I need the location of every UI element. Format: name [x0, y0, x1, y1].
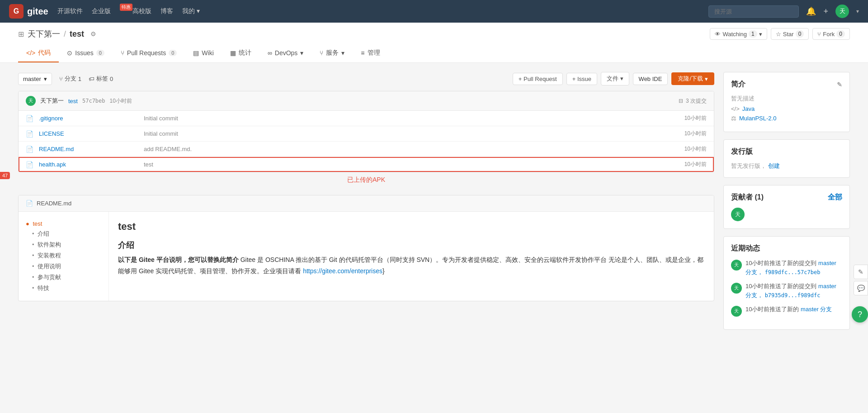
nav-opensource[interactable]: 开源软件: [57, 7, 83, 15]
star-button[interactable]: ☆ Star 0: [771, 28, 809, 40]
file-name-license[interactable]: LICENSE: [39, 130, 138, 137]
branch-label[interactable]: 分支: [65, 75, 76, 83]
avatar-dropdown[interactable]: ▾: [856, 8, 859, 14]
content-left: master ▾ ⑂ 分支 1 🏷 标签 0 +: [18, 72, 714, 337]
contributors-all-link[interactable]: 全部: [828, 193, 842, 202]
repo-owner[interactable]: 天下第一: [28, 28, 60, 39]
issue-button[interactable]: + Issue: [566, 73, 597, 85]
file-name-gitignore[interactable]: .gitignore: [39, 115, 138, 122]
readme-subtitle: 介绍: [118, 240, 705, 251]
sidebar-activity-title: 近期动态: [731, 244, 842, 253]
release-desc: 暂无发行版， 创建: [731, 162, 842, 170]
repo-separator: /: [64, 29, 66, 39]
file-icon-readme: 📄: [26, 146, 33, 153]
code-icon: </>: [26, 49, 35, 57]
branch-select[interactable]: master ▾: [18, 73, 52, 85]
repo-title: ⊞ 天下第一 / test ⚙: [18, 28, 96, 39]
file-row: 📄 .gitignore Initial commit 10小时前: [19, 111, 714, 126]
tab-stats[interactable]: ▦ 统计: [222, 44, 259, 62]
readme-link[interactable]: https://gitee.com/enterprises: [303, 267, 382, 275]
sidebar-contributors: 贡献者 (1) 全部 天: [723, 185, 850, 229]
webide-button[interactable]: Web IDE: [633, 73, 668, 85]
file-name-apk[interactable]: health.apk: [39, 161, 138, 168]
repo-title-row: ⊞ 天下第一 / test ⚙ 👁 Watching 1 ▾ ☆ Star 0 …: [18, 28, 850, 44]
clone-button[interactable]: 克隆/下载 ▾: [671, 72, 714, 85]
file-time-gitignore: 10小时前: [684, 114, 707, 122]
user-avatar[interactable]: 天: [835, 5, 849, 18]
sidebar-lang-link[interactable]: Java: [742, 105, 755, 112]
toc-item-usage[interactable]: • 使用说明: [26, 261, 101, 272]
file-row-apk: 📄 health.apk test 10小时前: [19, 157, 714, 172]
notification-icon[interactable]: 🔔: [806, 6, 816, 16]
commit-message[interactable]: test: [68, 98, 78, 104]
tab-code[interactable]: </> 代码: [18, 44, 59, 62]
activity-text-2: 10小时前推送了新的 master 分支: [745, 305, 832, 314]
commit-author[interactable]: 天下第一: [40, 97, 64, 105]
sidebar-release: 发行版 暂无发行版， 创建: [723, 139, 850, 178]
tab-devops[interactable]: ∞ DevOps ▾: [259, 44, 312, 62]
activity-commit-1[interactable]: b7935d9...f989dfc: [765, 292, 821, 299]
tag-label[interactable]: 标签: [96, 75, 108, 83]
repo-name[interactable]: test: [70, 29, 84, 39]
branch-bar: master ▾ ⑂ 分支 1 🏷 标签 0 +: [18, 72, 714, 85]
toc-item-contribute[interactable]: • 参与贡献: [26, 272, 101, 283]
nav-university[interactable]: 高校版: [132, 7, 151, 15]
sidebar-edit-icon[interactable]: ✎: [837, 81, 842, 88]
file-name-readme[interactable]: README.md: [39, 146, 138, 152]
toc-item-intro[interactable]: • 介绍: [26, 228, 101, 239]
readme-file-icon: 📄: [26, 200, 33, 207]
float-edit-btn[interactable]: ✎: [854, 265, 868, 279]
readme-title: test: [118, 221, 705, 233]
fork-label: Fork: [823, 31, 835, 38]
navbar: G gitee 开源软件 企业版 特惠 高校版 博客 我的 ▾ 🔔 + 天 ▾: [0, 0, 868, 23]
manage-icon: ≡: [361, 49, 364, 57]
navbar-logo[interactable]: G gitee: [9, 4, 48, 19]
nav-enterprise[interactable]: 企业版 特惠: [92, 7, 123, 15]
release-create-link[interactable]: 创建: [768, 162, 780, 169]
float-help-button[interactable]: ?: [852, 306, 868, 323]
tab-manage[interactable]: ≡ 管理: [353, 44, 388, 62]
sidebar-license-link[interactable]: MulanPSL-2.0: [739, 115, 776, 122]
toc-item-arch[interactable]: • 软件架构: [26, 239, 101, 250]
sidebar-lang-tag: </> Java: [731, 105, 842, 112]
activity-branch-2[interactable]: master 分支: [801, 306, 832, 313]
watching-dropdown-icon: ▾: [759, 31, 762, 38]
nav-mine[interactable]: 我的 ▾: [182, 7, 200, 15]
tab-issues[interactable]: ⊙ Issues 0: [59, 44, 113, 62]
pull-request-button[interactable]: + Pull Request: [513, 73, 563, 85]
activity-commit-0[interactable]: f989dfc...57c7beb: [765, 269, 821, 275]
float-number[interactable]: 47: [0, 172, 10, 179]
toc-item-test[interactable]: ● test: [26, 219, 101, 228]
sidebar-intro: 简介 ✎ 暂无描述 </> Java ⚖ MulanPSL-2.0: [723, 72, 850, 132]
commit-hash[interactable]: 57c7beb: [82, 98, 105, 104]
file-icon-gitignore: 📄: [26, 115, 33, 122]
contributor-avatar[interactable]: 天: [731, 208, 745, 221]
fork-button[interactable]: ⑂ Fork 0: [812, 28, 850, 40]
nav-blog[interactable]: 博客: [160, 7, 173, 15]
navbar-right: 🔔 + 天 ▾: [708, 5, 859, 18]
activity-avatar-1: 天: [731, 283, 742, 294]
repo-settings-icon[interactable]: ⚙: [90, 30, 96, 38]
tag-count-item: 🏷 标签 0: [89, 75, 113, 83]
wiki-icon: ▤: [193, 49, 199, 57]
toc-item-tips[interactable]: • 特技: [26, 283, 101, 294]
navbar-brand: gitee: [27, 6, 48, 17]
star-label: Star: [783, 31, 794, 38]
repo-actions: 👁 Watching 1 ▾ ☆ Star 0 ⑂ Fork 0: [710, 28, 850, 40]
plus-icon[interactable]: +: [823, 7, 828, 16]
float-share-btn[interactable]: 💬: [854, 281, 868, 295]
file-row: 📄 LICENSE Initial commit 10小时前: [19, 126, 714, 142]
tab-services[interactable]: ⑂ 服务 ▾: [311, 44, 353, 62]
watching-button[interactable]: 👁 Watching 1 ▾: [710, 28, 767, 40]
tab-pullrequests[interactable]: ⑂ Pull Requests 0: [113, 44, 185, 62]
commit-time: 10小时前: [110, 97, 132, 105]
toc-item-install[interactable]: • 安装教程: [26, 250, 101, 261]
commit-count[interactable]: 3 次提交: [686, 97, 707, 105]
readme-body: ● test • 介绍 • 软件架构 • 安装教程: [19, 212, 714, 301]
search-input[interactable]: [708, 5, 799, 18]
repo-tabs: </> 代码 ⊙ Issues 0 ⑂ Pull Requests 0 ▤ Wi…: [18, 44, 850, 62]
file-time-readme: 10小时前: [684, 145, 707, 153]
file-button[interactable]: 文件 ▾: [601, 72, 629, 85]
tab-wiki[interactable]: ▤ Wiki: [185, 44, 222, 62]
readme-header: 📄 README.md: [19, 195, 714, 212]
